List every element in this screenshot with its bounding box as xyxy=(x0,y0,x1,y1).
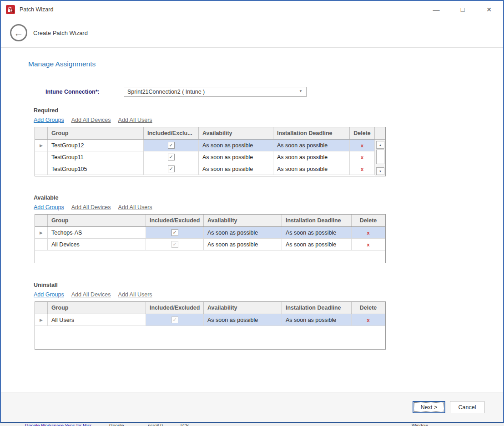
availability-cell[interactable]: As soon as possible xyxy=(199,151,273,163)
grid-header-row: GroupIncluded/ExcludedAvailabilityInstal… xyxy=(35,302,385,314)
minimize-button[interactable]: — xyxy=(423,1,449,18)
table-row: TestGroup105✓As soon as possibleAs soon … xyxy=(35,163,375,175)
included-cell[interactable]: ✓ xyxy=(146,314,204,326)
window-title: Patch Wizard xyxy=(20,6,53,13)
delete-button[interactable]: x xyxy=(350,163,375,175)
add-all-users-link[interactable]: Add All Users xyxy=(118,291,152,298)
back-button[interactable]: ← xyxy=(10,24,27,41)
column-header-del[interactable]: Delete xyxy=(352,215,385,226)
scrollbar-thumb[interactable] xyxy=(376,150,384,164)
group-cell[interactable]: TestGroup12 xyxy=(48,140,144,151)
maximize-button[interactable]: □ xyxy=(449,1,476,18)
column-header-del[interactable]: Delete xyxy=(352,302,385,314)
installation-deadline-cell[interactable]: As soon as possible xyxy=(282,227,352,238)
section-links: Add GroupsAdd All DevicesAdd All Users xyxy=(34,117,388,123)
availability-cell[interactable]: As soon as possible xyxy=(204,239,282,250)
column-header-dead[interactable]: Installation Deadline xyxy=(282,302,352,314)
add-all-devices-link[interactable]: Add All Devices xyxy=(71,117,111,123)
included-checkbox[interactable]: ✓ xyxy=(168,165,175,172)
cancel-button[interactable]: Cancel xyxy=(450,401,484,413)
assignment-section: Required Add GroupsAdd All DevicesAdd Al… xyxy=(34,107,388,176)
add-groups-link[interactable]: Add Groups xyxy=(34,117,64,123)
included-checkbox[interactable]: ✓ xyxy=(168,154,175,160)
table-row: All Devices✓As soon as possibleAs soon a… xyxy=(35,239,385,251)
table-row: ▶All Users✓As soon as possibleAs soon as… xyxy=(35,314,385,326)
scroll-down-button[interactable]: ▼ xyxy=(376,167,384,175)
grid-header-row: GroupIncluded/ExcludedAvailabilityInstal… xyxy=(35,215,385,227)
column-header-group[interactable]: Group xyxy=(48,302,146,314)
add-all-devices-link[interactable]: Add All Devices xyxy=(71,291,111,298)
group-cell[interactable]: All Users xyxy=(48,314,146,326)
included-cell[interactable]: ✓ xyxy=(146,239,204,250)
column-header-avail[interactable]: Availability xyxy=(204,215,282,226)
column-header-group[interactable]: Group xyxy=(48,127,144,139)
column-header-avail[interactable]: Availability xyxy=(199,127,273,139)
group-cell[interactable]: Techops-AS xyxy=(48,227,146,238)
included-cell[interactable]: ✓ xyxy=(146,227,204,238)
add-groups-link[interactable]: Add Groups xyxy=(34,204,64,210)
included-checkbox[interactable]: ✓ xyxy=(171,316,178,323)
delete-button[interactable]: x xyxy=(352,239,385,250)
background-text-fragment: nsrc6.0 xyxy=(148,423,163,426)
header-divider xyxy=(1,47,503,48)
row-selector[interactable]: ▶ xyxy=(35,140,48,151)
add-all-users-link[interactable]: Add All Users xyxy=(118,204,152,210)
row-selector[interactable]: ▶ xyxy=(35,227,48,238)
row-selector[interactable] xyxy=(35,163,48,175)
included-cell[interactable]: ✓ xyxy=(144,163,199,175)
installation-deadline-cell[interactable]: As soon as possible xyxy=(282,239,352,250)
availability-cell[interactable]: As soon as possible xyxy=(199,140,273,151)
background-text-fragment: Google Workspace Sync for Micr... xyxy=(25,423,95,426)
vertical-scrollbar[interactable]: ▲ ▼ xyxy=(375,127,385,176)
column-header-inc[interactable]: Included/Exclu... xyxy=(144,127,199,139)
scrollbar-header-stub xyxy=(375,127,385,140)
row-selector[interactable] xyxy=(35,239,48,250)
group-cell[interactable]: TestGroup11 xyxy=(48,151,144,163)
installation-deadline-cell[interactable]: As soon as possible xyxy=(273,140,350,151)
included-checkbox[interactable]: ✓ xyxy=(171,241,178,248)
column-header-dead[interactable]: Installation Deadline xyxy=(273,127,350,139)
installation-deadline-cell[interactable]: As soon as possible xyxy=(273,163,350,175)
installation-deadline-cell[interactable]: As soon as possible xyxy=(282,314,352,326)
assignments-grid: GroupIncluded/ExcludedAvailabilityInstal… xyxy=(35,301,386,350)
table-row: TestGroup11✓As soon as possibleAs soon a… xyxy=(35,151,375,163)
column-header-avail[interactable]: Availability xyxy=(204,302,282,314)
add-groups-link[interactable]: Add Groups xyxy=(34,291,64,298)
installation-deadline-cell[interactable]: As soon as possible xyxy=(273,151,350,163)
next-button[interactable]: Next > xyxy=(413,401,445,413)
included-checkbox[interactable]: ✓ xyxy=(171,229,178,236)
availability-cell[interactable]: As soon as possible xyxy=(204,227,282,238)
column-header-inc[interactable]: Included/Excluded xyxy=(146,215,204,226)
scroll-up-button[interactable]: ▲ xyxy=(376,141,384,149)
delete-button[interactable]: x xyxy=(350,151,375,163)
add-all-devices-link[interactable]: Add All Devices xyxy=(71,204,111,210)
included-cell[interactable]: ✓ xyxy=(144,151,199,163)
intune-connection-dropdown[interactable]: Sprint21Connection2 ( Intune ) ▼ xyxy=(124,87,307,97)
delete-button[interactable]: x xyxy=(352,314,385,326)
availability-cell[interactable]: As soon as possible xyxy=(199,163,273,175)
back-arrow-icon: ← xyxy=(14,28,24,38)
assignment-sections: Required Add GroupsAdd All DevicesAdd Al… xyxy=(28,107,503,350)
column-header-dead[interactable]: Installation Deadline xyxy=(282,215,352,226)
row-selector[interactable]: ▶ xyxy=(35,314,48,326)
column-header-group[interactable]: Group xyxy=(48,215,146,226)
intune-connection-label: Intune Connection*: xyxy=(45,89,124,95)
row-selector[interactable] xyxy=(35,151,48,163)
delete-button[interactable]: x xyxy=(352,227,385,238)
group-cell[interactable]: TestGroup105 xyxy=(48,163,144,175)
column-header-inc[interactable]: Included/Excluded xyxy=(146,302,204,314)
delete-button[interactable]: x xyxy=(350,140,375,151)
add-all-users-link[interactable]: Add All Users xyxy=(118,117,152,123)
included-checkbox[interactable]: ✓ xyxy=(168,142,175,149)
availability-cell[interactable]: As soon as possible xyxy=(204,314,282,326)
wizard-title: Create Patch Wizard xyxy=(33,30,88,36)
group-cell[interactable]: All Devices xyxy=(48,239,146,250)
row-selector-header xyxy=(35,215,48,226)
row-selector-header xyxy=(35,302,48,314)
close-button[interactable]: ✕ xyxy=(476,1,502,18)
background-text-fragment: TCS xyxy=(180,423,189,426)
patch-wizard-window: Patch Wizard — □ ✕ ← Create Patch Wizard… xyxy=(0,0,504,423)
included-cell[interactable]: ✓ xyxy=(144,140,199,151)
section-title: Uninstall xyxy=(34,282,388,288)
column-header-del[interactable]: Delete xyxy=(350,127,375,139)
